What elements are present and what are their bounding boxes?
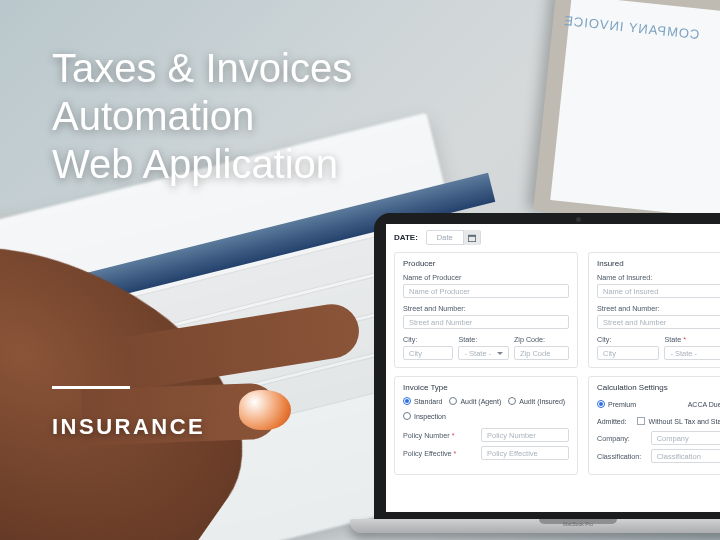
date-label: DATE: [394,233,418,242]
camera-dot [576,217,581,222]
invoice-type-panel: Invoice Type Standard Audit (Agent) Audi… [394,376,578,475]
checkbox-icon [637,417,645,425]
invoice-type-radios: Standard Audit (Agent) Audit (Insured) I… [403,397,569,420]
producer-city-input[interactable]: City [403,346,453,360]
divider [52,386,130,389]
radio-standard[interactable]: Standard [403,397,442,405]
radio-icon [403,397,411,405]
headline: Taxes & Invoices Automation Web Applicat… [52,44,352,188]
laptop-mockup: DATE: Date Producer N [374,213,720,540]
insured-city-input[interactable]: City [597,346,659,360]
company-select[interactable]: Company [651,431,720,445]
admitted-checkbox[interactable]: Without SL Tax and Sta [637,417,720,425]
field-label: Classification: [597,452,643,461]
insured-panel: Insured Name of Insured: Name of Insured… [588,252,720,368]
acca-label: ACCA Dues: [688,401,720,408]
laptop-deck: MacBook Pro [350,519,720,533]
field-label: City: [597,335,659,344]
panel-title: Insured [597,259,720,268]
headline-line: Taxes & Invoices [52,46,352,90]
laptop-model: MacBook Pro [563,521,593,527]
calculation-panel: Calculation Settings Premium ACCA Dues: … [588,376,720,475]
headline-line: Web Application [52,142,338,186]
insured-name-input[interactable]: Name of Insured [597,284,720,298]
headline-line: Automation [52,94,254,138]
calendar-icon[interactable] [463,230,480,245]
panel-title: Calculation Settings [597,383,720,392]
nail-prop [239,390,291,430]
producer-state-select[interactable]: - State - [458,346,508,360]
insured-state-select[interactable]: - State - [664,346,720,360]
field-label: City: [403,335,453,344]
field-label: Street and Number: [597,304,720,313]
policy-effective-input[interactable]: Policy Effective [481,446,569,460]
field-label: Name of Producer [403,273,569,282]
field-label: State: [458,335,508,344]
category-label: INSURANCE [52,414,205,440]
producer-name-input[interactable]: Name of Producer [403,284,569,298]
svg-rect-1 [468,235,475,237]
insured-street-input[interactable]: Street and Number [597,315,720,329]
radio-audit-agent[interactable]: Audit (Agent) [449,397,501,405]
admitted-label: Admitted: [597,418,627,425]
field-label: Street and Number: [403,304,569,313]
date-input[interactable]: Date [426,230,481,245]
producer-zip-input[interactable]: Zip Code [514,346,569,360]
field-label: Policy Effective * [403,449,473,458]
radio-audit-insured[interactable]: Audit (Insured) [508,397,565,405]
date-placeholder: Date [427,233,463,242]
field-label: Zip Code: [514,335,569,344]
radio-inspection[interactable]: Inspection [403,412,446,420]
radio-premium[interactable]: Premium [597,400,636,408]
policy-number-input[interactable]: Policy Number [481,428,569,442]
radio-icon [508,397,516,405]
radio-icon [403,412,411,420]
app-screen: DATE: Date Producer N [386,224,720,512]
field-label: State * [664,335,720,344]
radio-icon [449,397,457,405]
classification-select[interactable]: Classification [651,449,720,463]
producer-street-input[interactable]: Street and Number [403,315,569,329]
radio-icon [597,400,605,408]
panel-title: Producer [403,259,569,268]
panel-title: Invoice Type [403,383,569,392]
field-label: Policy Number * [403,431,473,440]
field-label: Company: [597,434,643,443]
field-label: Name of Insured: [597,273,720,282]
chevron-down-icon [497,352,503,355]
producer-panel: Producer Name of Producer Name of Produc… [394,252,578,368]
